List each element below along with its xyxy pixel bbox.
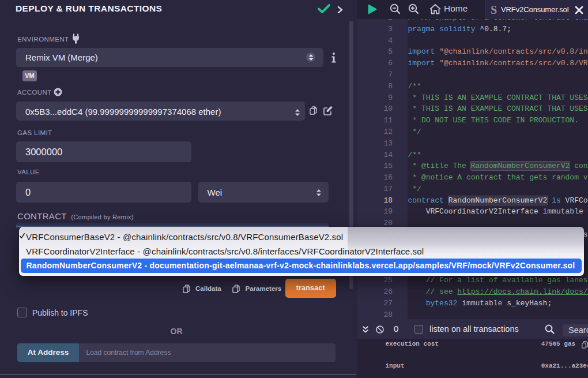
- svg-text:S: S: [491, 5, 497, 15]
